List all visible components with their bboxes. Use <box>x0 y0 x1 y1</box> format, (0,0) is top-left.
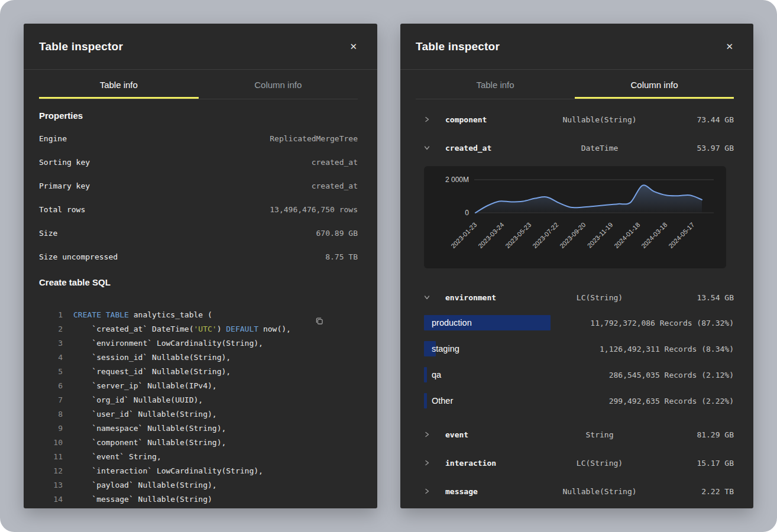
column-row-environment[interactable]: environmentLC(String)13.54 GB <box>416 283 734 312</box>
column-row-created_at[interactable]: created_atDateTime53.97 GB <box>416 134 734 162</box>
line-number: 7 <box>39 393 63 407</box>
column-name: created_at <box>445 144 548 153</box>
column-size: 15.17 GB <box>651 459 734 468</box>
column-type: Nullable(String) <box>548 487 651 496</box>
column-type: Nullable(String) <box>548 115 651 124</box>
value-records: 299,492,635 Records (2.22%) <box>609 397 734 406</box>
property-value: created_at <box>312 158 358 167</box>
line-number: 13 <box>39 478 63 492</box>
table-inspector-modal-column-info: Table inspector ✕ Table info Column info… <box>400 24 753 508</box>
column-row-component[interactable]: componentNullable(String)73.44 GB <box>416 105 734 134</box>
svg-text:2023-05-23: 2023-05-23 <box>504 221 532 249</box>
column-row-interaction[interactable]: interactionLC(String)15.17 GB <box>416 449 734 477</box>
column-row-event[interactable]: eventString81.29 GB <box>416 420 734 449</box>
column-type: String <box>548 430 651 439</box>
property-label: Size uncompressed <box>39 252 118 261</box>
sql-code-block: 1CREATE TABLE analytics_table (2 `create… <box>39 308 358 508</box>
column-name: event <box>445 430 548 439</box>
value-row-qa: qa286,545,035 Records (2.12%) <box>424 367 734 382</box>
column-name: component <box>445 115 548 124</box>
tab-table-info[interactable]: Table info <box>39 70 199 99</box>
column-type: LC(String) <box>548 293 651 302</box>
sql-line: 10 `component` Nullable(String), <box>39 436 358 450</box>
property-row: Sorting keycreated_at <box>39 150 358 174</box>
line-number: 9 <box>39 421 63 436</box>
value-distribution: production11,792,372,086 Records (87.32%… <box>416 315 734 408</box>
page-background: Table inspector ✕ Table info Column info… <box>0 0 777 532</box>
tab-column-info[interactable]: Column info <box>199 70 358 99</box>
chevron-right-icon[interactable] <box>424 460 445 466</box>
column-size: 53.97 GB <box>651 144 734 153</box>
svg-text:2024-03-18: 2024-03-18 <box>640 221 668 249</box>
created-at-distribution-chart: 2 000M02023-01-232023-03-242023-05-23202… <box>424 166 726 268</box>
chevron-down-icon[interactable] <box>424 145 445 151</box>
tab-column-info[interactable]: Column info <box>575 70 734 99</box>
page-title: Table inspector <box>416 40 500 53</box>
sql-line: 8 `user_id` Nullable(String), <box>39 407 358 421</box>
table-inspector-modal-table-info: Table inspector ✕ Table info Column info… <box>24 24 377 508</box>
svg-text:2024-05-17: 2024-05-17 <box>667 221 695 249</box>
value-records: 286,545,035 Records (2.12%) <box>609 371 734 379</box>
property-label: Size <box>39 229 57 238</box>
close-icon[interactable]: ✕ <box>723 40 736 53</box>
property-value: 8.75 TB <box>325 252 358 261</box>
sql-line: 11 `event` String, <box>39 450 358 464</box>
property-value: created_at <box>312 181 358 190</box>
sql-line: 13 `payload` Nullable(String), <box>39 478 358 492</box>
value-label: Other <box>432 396 453 406</box>
property-value: 13,496,476,750 rows <box>270 205 358 214</box>
create-table-sql-heading: Create table SQL <box>39 273 358 291</box>
value-row-other: Other299,492,635 Records (2.22%) <box>424 393 734 408</box>
column-row-message[interactable]: messageNullable(String)2.22 TB <box>416 477 734 505</box>
svg-text:2 000M: 2 000M <box>445 176 469 184</box>
chevron-down-icon[interactable] <box>424 294 445 300</box>
line-number: 4 <box>39 351 63 365</box>
close-icon[interactable]: ✕ <box>347 40 360 53</box>
chevron-right-icon[interactable] <box>424 488 445 494</box>
line-number: 12 <box>39 464 63 478</box>
value-label: qa <box>432 370 441 379</box>
line-number: 6 <box>39 379 63 393</box>
properties-list: EngineReplicatedMergeTreeSorting keycrea… <box>39 126 358 268</box>
value-row-production: production11,792,372,086 Records (87.32%… <box>424 315 734 330</box>
value-label: production <box>432 318 472 327</box>
value-bar <box>424 393 427 408</box>
property-label: Total rows <box>39 205 85 214</box>
property-row: EngineReplicatedMergeTree <box>39 126 358 150</box>
svg-text:2024-01-18: 2024-01-18 <box>613 221 641 249</box>
chevron-right-icon[interactable] <box>424 116 445 122</box>
property-value: ReplicatedMergeTree <box>270 134 358 143</box>
value-records: 1,126,492,311 Records (8.34%) <box>600 345 734 353</box>
copy-icon[interactable] <box>313 315 325 329</box>
line-number: 14 <box>39 492 63 507</box>
sql-line: 2 `created_at` DateTime('UTC') DEFAULT n… <box>39 322 358 336</box>
property-row: Size670.89 GB <box>39 221 358 245</box>
property-label: Engine <box>39 134 67 143</box>
svg-text:2023-07-22: 2023-07-22 <box>531 221 559 249</box>
line-number: 3 <box>39 336 63 351</box>
sql-line: 9 `namespace` Nullable(String), <box>39 421 358 436</box>
column-type: LC(String) <box>548 459 651 468</box>
svg-text:2023-09-20: 2023-09-20 <box>558 221 587 249</box>
property-row: Total rows13,496,476,750 rows <box>39 197 358 221</box>
tab-bar: Table info Column info <box>39 70 358 99</box>
svg-text:2023-11-19: 2023-11-19 <box>586 221 614 249</box>
svg-text:0: 0 <box>465 209 469 217</box>
property-row: Size uncompressed8.75 TB <box>39 245 358 268</box>
value-records: 11,792,372,086 Records (87.32%) <box>590 319 734 327</box>
table-info-content: Properties EngineReplicatedMergeTreeSort… <box>24 106 377 508</box>
properties-heading: Properties <box>39 106 358 124</box>
column-list: componentNullable(String)73.44 GBcreated… <box>400 99 753 505</box>
column-size: 2.22 TB <box>651 487 734 496</box>
chevron-right-icon[interactable] <box>424 432 445 437</box>
property-value: 670.89 GB <box>316 229 358 238</box>
sql-line: 7 `org_id` Nullable(UUID), <box>39 393 358 407</box>
line-number: 5 <box>39 365 63 379</box>
page-title: Table inspector <box>39 40 123 53</box>
sql-line: 3 `environment` LowCardinality(String), <box>39 336 358 351</box>
sql-line: 14 `message` Nullable(String) <box>39 492 358 507</box>
line-number: 8 <box>39 407 63 421</box>
value-bar <box>424 367 427 382</box>
value-row-staging: staging1,126,492,311 Records (8.34%) <box>424 341 734 356</box>
tab-table-info[interactable]: Table info <box>416 70 575 99</box>
